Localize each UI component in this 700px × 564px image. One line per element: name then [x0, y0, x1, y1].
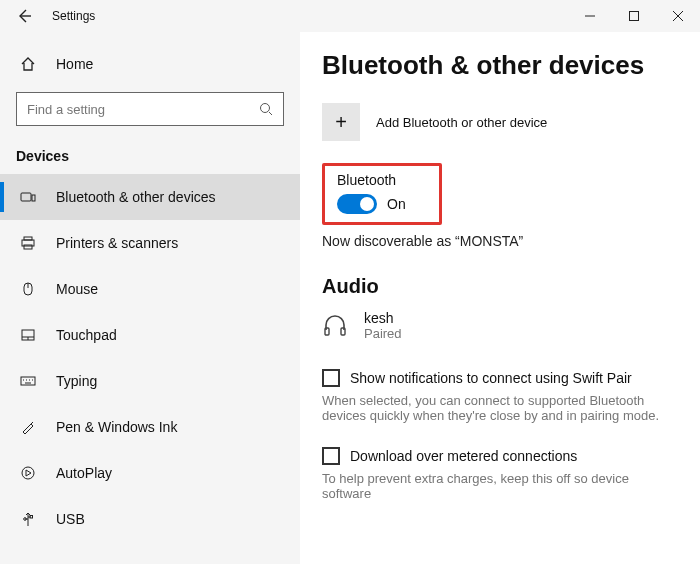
nav-label: Pen & Windows Ink	[56, 419, 177, 435]
sidebar-item-autoplay[interactable]: AutoPlay	[0, 450, 300, 496]
home-label: Home	[56, 56, 93, 72]
back-arrow-icon	[16, 8, 32, 24]
headphones-icon	[322, 312, 350, 338]
sidebar: Home Find a setting Devices Bluetooth & …	[0, 32, 300, 564]
svg-rect-14	[341, 328, 345, 335]
keyboard-icon	[18, 373, 38, 389]
metered-checkbox[interactable]	[322, 447, 340, 465]
maximize-button[interactable]	[612, 0, 656, 32]
main-content: Bluetooth & other devices + Add Bluetoot…	[300, 32, 700, 564]
sidebar-item-pen[interactable]: Pen & Windows Ink	[0, 404, 300, 450]
sidebar-item-typing[interactable]: Typing	[0, 358, 300, 404]
bluetooth-toggle-highlight: Bluetooth On	[322, 163, 442, 225]
bluetooth-toggle[interactable]	[337, 194, 377, 214]
svg-rect-2	[21, 193, 31, 201]
audio-device-name: kesh	[364, 310, 402, 326]
audio-device-status: Paired	[364, 326, 402, 341]
pen-icon	[18, 419, 38, 435]
maximize-icon	[629, 11, 639, 21]
nav-label: Printers & scanners	[56, 235, 178, 251]
add-device-button[interactable]: + Add Bluetooth or other device	[322, 103, 678, 141]
sidebar-item-touchpad[interactable]: Touchpad	[0, 312, 300, 358]
printer-icon	[18, 235, 38, 251]
svg-rect-0	[630, 12, 639, 21]
bluetooth-label: Bluetooth	[337, 172, 427, 188]
close-icon	[673, 11, 683, 21]
svg-rect-9	[21, 377, 35, 385]
swift-pair-desc: When selected, you can connect to suppor…	[322, 393, 662, 423]
touchpad-icon	[18, 327, 38, 343]
titlebar: Settings	[0, 0, 700, 32]
sidebar-item-mouse[interactable]: Mouse	[0, 266, 300, 312]
nav-label: Mouse	[56, 281, 98, 297]
sidebar-item-printers[interactable]: Printers & scanners	[0, 220, 300, 266]
discoverable-text: Now discoverable as “MONSTA”	[322, 233, 678, 249]
nav-label: Touchpad	[56, 327, 117, 343]
search-icon	[259, 102, 273, 116]
home-link[interactable]: Home	[0, 48, 300, 80]
audio-heading: Audio	[322, 275, 678, 298]
svg-rect-12	[30, 516, 33, 519]
page-title: Bluetooth & other devices	[322, 50, 678, 81]
search-placeholder: Find a setting	[27, 102, 259, 117]
back-button[interactable]	[10, 2, 38, 30]
audio-device-row[interactable]: kesh Paired	[322, 310, 678, 341]
minimize-icon	[585, 11, 595, 21]
svg-rect-3	[32, 195, 35, 201]
svg-rect-13	[325, 328, 329, 335]
autoplay-icon	[18, 465, 38, 481]
nav-label: Bluetooth & other devices	[56, 189, 216, 205]
svg-point-1	[261, 104, 270, 113]
nav-label: AutoPlay	[56, 465, 112, 481]
nav-label: Typing	[56, 373, 97, 389]
nav-label: USB	[56, 511, 85, 527]
add-device-label: Add Bluetooth or other device	[376, 115, 547, 130]
sidebar-item-usb[interactable]: USB	[0, 496, 300, 542]
window-title: Settings	[52, 9, 95, 23]
sidebar-group-title: Devices	[0, 126, 300, 174]
bluetooth-devices-icon	[18, 189, 38, 205]
plus-icon: +	[322, 103, 360, 141]
close-button[interactable]	[656, 0, 700, 32]
svg-rect-5	[24, 237, 32, 240]
metered-label: Download over metered connections	[350, 448, 577, 464]
mouse-icon	[18, 281, 38, 297]
swift-pair-checkbox-row[interactable]: Show notifications to connect using Swif…	[322, 369, 678, 387]
search-input[interactable]: Find a setting	[16, 92, 284, 126]
swift-pair-checkbox[interactable]	[322, 369, 340, 387]
home-icon	[18, 56, 38, 72]
sidebar-item-bluetooth[interactable]: Bluetooth & other devices	[0, 174, 300, 220]
bluetooth-toggle-state: On	[387, 196, 406, 212]
minimize-button[interactable]	[568, 0, 612, 32]
swift-pair-label: Show notifications to connect using Swif…	[350, 370, 632, 386]
svg-point-10	[22, 467, 34, 479]
usb-icon	[18, 511, 38, 527]
metered-checkbox-row[interactable]: Download over metered connections	[322, 447, 678, 465]
metered-desc: To help prevent extra charges, keep this…	[322, 471, 662, 501]
